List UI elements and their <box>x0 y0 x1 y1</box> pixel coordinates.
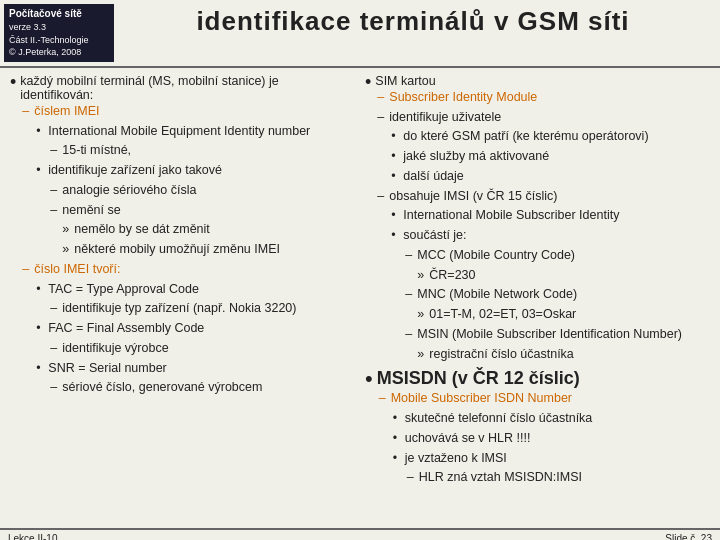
sim-sub2a: do které GSM patří (ke kterému operátoro… <box>375 127 710 146</box>
sim-sub1: Subscriber Identity Module <box>375 88 710 107</box>
imei-tvor-label: číslo IMEI tvoří: <box>20 260 355 279</box>
mnc-label: MNC (Mobile Network Code) <box>375 285 710 304</box>
msin-label: MSIN (Mobile Subscriber Identification N… <box>375 325 710 344</box>
imei-block: číslem IMEI International Mobile Equipme… <box>20 102 355 259</box>
imei-label: číslem IMEI <box>20 102 355 121</box>
tac-label-text: TAC = Type Approval Code <box>48 282 199 296</box>
tac-label: TAC = Type Approval Code <box>20 280 355 299</box>
snr-label: SNR = Serial number <box>20 359 355 378</box>
msisdn-sub4a: HLR zná vztah MSISDN:IMSI <box>377 468 710 487</box>
msisdn-sub1: Mobile Subscriber ISDN Number <box>377 389 710 408</box>
snr-sub: sériové číslo, generované výrobcem <box>20 378 355 397</box>
left-item1: • každý mobilní terminál (MS, mobilní st… <box>10 74 355 398</box>
fac-label: FAC = Final Assembly Code <box>20 319 355 338</box>
imsi-sub2: součástí je: <box>375 226 710 245</box>
snr-label-text: SNR = Serial number <box>48 361 166 375</box>
sim-sub2: identifikuje uživatele <box>375 108 710 127</box>
imei-sub2: identifikuje zařízení jako takové <box>20 161 355 180</box>
msisdn-block: • MSISDN (v ČR 12 číslic) Mobile Subscri… <box>365 368 710 488</box>
msin-val: registrační číslo účastníka <box>375 345 710 364</box>
logo-box: Počítačové sítě verze 3.3 Část II.-Techn… <box>4 4 114 62</box>
content-area: • každý mobilní terminál (MS, mobilní st… <box>0 68 720 528</box>
bullet-dot-1: • <box>10 73 16 93</box>
logo-line4: © J.Peterka, 2008 <box>9 46 109 59</box>
sim-sub2c: další údaje <box>375 167 710 186</box>
fac-label-text: FAC = Final Assembly Code <box>48 321 204 335</box>
msisdn-sub2: skutečné telefonní číslo účastníka <box>377 409 710 428</box>
top-bar: Počítačové sítě verze 3.3 Část II.-Techn… <box>0 0 720 68</box>
sim-block: • SIM kartou Subscriber Identity Module … <box>365 74 710 365</box>
logo-line2: verze 3.3 <box>9 21 109 34</box>
msisdn-title: MSISDN (v ČR 12 číslic) <box>377 368 580 388</box>
imei-sub2b1: nemělo by se dát změnit <box>20 220 355 239</box>
footer-right: Slide č. 23 <box>665 533 712 540</box>
imei-tvor-block: číslo IMEI tvoří: TAC = Type Approval Co… <box>20 260 355 397</box>
bullet-dot-3: • <box>365 367 373 391</box>
msisdn-sub4: je vztaženo k IMSI <box>377 449 710 468</box>
imei-sub2a: analogie sériového čísla <box>20 181 355 200</box>
mcc-label: MCC (Mobile Country Code) <box>375 246 710 265</box>
imei-sub1: International Mobile Equipment Identity … <box>20 122 355 141</box>
imsi-sub1: International Mobile Subscriber Identity <box>375 206 710 225</box>
sim-sub2b: jaké služby má aktivované <box>375 147 710 166</box>
item1-label: každý mobilní terminál (MS, mobilní stan… <box>20 74 278 102</box>
msisdn-sub3: uchovává se v HLR !!!! <box>377 429 710 448</box>
fac-sub: identifikuje výrobce <box>20 339 355 358</box>
imei-sub2b2: některé mobily umožňují změnu IMEI <box>20 240 355 259</box>
sim-label: SIM kartou <box>375 74 435 88</box>
mcc-val: ČR=230 <box>375 266 710 285</box>
left-column: • každý mobilní terminál (MS, mobilní st… <box>10 74 355 522</box>
right-column: • SIM kartou Subscriber Identity Module … <box>365 74 710 522</box>
bottom-bar: Lekce II-10 Slide č. 23 <box>0 528 720 540</box>
imei-sub2b: nemění se <box>20 201 355 220</box>
tac-sub: identifikuje typ zařízení (např. Nokia 3… <box>20 299 355 318</box>
logo-line3: Část II.-Technologie <box>9 34 109 47</box>
bullet-dot-2: • <box>365 73 371 93</box>
mnc-val: 01=T-M, 02=ET, 03=Oskar <box>375 305 710 324</box>
logo-line1: Počítačové sítě <box>9 7 109 21</box>
main-title: identifikace terminálů v GSM síti <box>114 4 712 39</box>
footer-left: Lekce II-10 <box>8 533 57 540</box>
imei-sub1b: 15-ti místné, <box>20 141 355 160</box>
imsi-label: obsahuje IMSI (v ČR 15 číslic) <box>375 187 710 206</box>
